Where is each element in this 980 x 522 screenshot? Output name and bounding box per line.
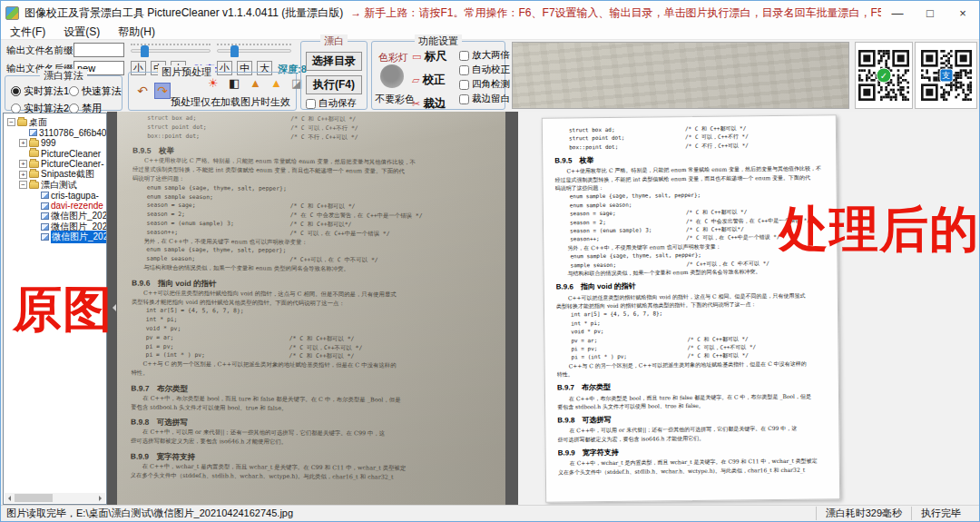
folder-icon xyxy=(29,140,39,147)
close-button[interactable]: × xyxy=(946,1,979,25)
menu-item-1[interactable]: 文件(F) xyxy=(1,25,54,40)
image-file-icon xyxy=(41,192,49,199)
settings-checkbox-1[interactable]: 放大两倍 xyxy=(459,49,510,62)
algorithm-radio-2[interactable] xyxy=(69,86,79,96)
settings-checkbox-input-3[interactable] xyxy=(459,80,469,90)
maximize-icon: □ xyxy=(926,6,934,20)
crop-tool[interactable]: ✂裁边 xyxy=(412,96,446,112)
scrollbar-track[interactable] xyxy=(15,493,95,503)
settings-checkbox-4[interactable]: 裁边留白 xyxy=(459,93,510,105)
expand-plus-icon[interactable]: + xyxy=(19,171,27,179)
tree-item-3[interactable]: +999 xyxy=(4,138,106,149)
select-directory-button[interactable]: 选择目录 xyxy=(306,52,362,71)
tree-item-1[interactable]: −桌面 xyxy=(4,117,106,128)
processed-annotation: 处理后的 xyxy=(779,204,979,253)
settings-checkbox-input-2[interactable] xyxy=(459,65,469,75)
brightness-icon[interactable]: ☀ xyxy=(208,77,219,89)
minimize-button[interactable]: — xyxy=(881,1,914,25)
menu-item-2[interactable]: 设置(S) xyxy=(54,25,109,40)
toolbar: 输出文件名前缀 输出文件名后缀 小 中 大 跨度:12 小 中 大 深度:8 漂… xyxy=(1,40,979,112)
algorithm-option-2[interactable]: 快速算法 xyxy=(69,84,120,98)
execute-button[interactable]: 执行(F4) xyxy=(306,75,362,94)
algorithm-radio-1[interactable] xyxy=(11,86,21,96)
collapse-minus-icon[interactable]: − xyxy=(7,118,15,126)
image-file-icon xyxy=(41,212,49,220)
settings-checkbox-3[interactable]: 四角检测 xyxy=(459,78,510,91)
tree-item-12[interactable]: 微信图片_2021 xyxy=(4,232,106,243)
depth-slider-thumb[interactable] xyxy=(230,45,239,57)
tool-label: 校正 xyxy=(422,73,445,88)
algorithm-option-label: 快速算法 xyxy=(82,84,122,98)
folder-icon xyxy=(29,182,39,189)
prefix-label: 输出文件名前缀 xyxy=(6,44,74,57)
main-area: −桌面3110786_6f6b401+999PictureCleaner+Pic… xyxy=(1,112,979,505)
expand-plus-icon[interactable]: + xyxy=(19,160,27,168)
depth-slider-ticks xyxy=(217,44,291,46)
settings-checkbox-label: 放大两倍 xyxy=(472,49,510,62)
algorithm-option-1[interactable]: 实时算法1 xyxy=(11,84,69,98)
span-slider-thumb[interactable] xyxy=(141,45,149,57)
processed-image-panel[interactable]: struct box ad;/* C 和 C++都可以 */struct poi… xyxy=(518,112,979,505)
processed-page: struct box ad;/* C 和 C++都可以 */struct poi… xyxy=(542,114,840,502)
tree-item-label: 3110786_6f6b401 xyxy=(39,128,107,138)
tree-horizontal-scrollbar[interactable] xyxy=(5,493,105,503)
tree-item-8[interactable]: cris-tagupa- xyxy=(4,191,106,202)
tree-item-2[interactable]: 3110786_6f6b401 xyxy=(4,128,106,139)
preprocess-note: 预处理仅在加载图片时生效 xyxy=(171,95,290,109)
settings-checkbox-input-1[interactable] xyxy=(459,51,469,61)
depth-slider-block: 小 中 大 深度:8 xyxy=(217,44,291,53)
image-file-icon xyxy=(41,223,49,231)
ruler-tool[interactable]: ▭标尺 xyxy=(412,49,446,64)
qr-cell-alipay: 支 xyxy=(915,42,977,109)
prefix-input[interactable] xyxy=(74,43,124,57)
color-light-indicator[interactable] xyxy=(380,64,404,88)
depth-slider-track[interactable] xyxy=(217,49,291,53)
sharpen-icon[interactable]: ▲ xyxy=(270,77,282,89)
scrollbar-thumb[interactable] xyxy=(15,494,53,502)
original-image-panel[interactable]: struct box ad;/* C 和 C++都可以 */struct poi… xyxy=(117,112,505,505)
undo-button[interactable]: ↶ xyxy=(134,83,151,99)
tree-item-7[interactable]: −漂白测试 xyxy=(4,180,106,191)
undo-icon: ↶ xyxy=(137,84,148,98)
preprocess-group: 图片预处理 ↶↷ ☀◧▲▲◪ 预处理仅在加载图片时生效 xyxy=(128,72,297,111)
correct-tool[interactable]: ▱校正 xyxy=(412,73,446,88)
redo-icon: ↷ xyxy=(157,84,168,98)
levels-icon[interactable]: ▲ xyxy=(250,77,261,89)
minimize-icon: — xyxy=(892,6,904,20)
autosave-checkbox[interactable]: 自动保存 xyxy=(306,97,357,110)
skew-correct-icon: ▱ xyxy=(412,74,419,86)
doc-line: box::point dot;/* C 不行，C++可以 */ xyxy=(554,140,830,152)
settings-tools: ▭标尺▱校正✂裁边 xyxy=(412,49,446,112)
collapse-minus-icon[interactable]: − xyxy=(19,181,27,189)
contrast-icon[interactable]: ◧ xyxy=(229,77,240,89)
tree-item-label: PictureCleaner xyxy=(41,149,101,159)
status-bar: 图片读取完毕，E:\桌面\漂白测试\微信图片_20210424162745.jp… xyxy=(1,505,979,521)
tree-item-label: 微信图片_2021 xyxy=(51,231,107,243)
alipay-badge-icon: 支 xyxy=(939,69,953,83)
center-splitter[interactable] xyxy=(505,112,518,505)
doc-line: 要包含 stdbool.h 头文件才可以使用 bool、true 和 false… xyxy=(557,399,833,411)
settings-checkbox-label: 裁边留白 xyxy=(472,93,510,105)
image-file-icon xyxy=(29,129,37,136)
scroll-left-arrow-icon[interactable] xyxy=(5,493,15,503)
redo-button[interactable]: ↷ xyxy=(154,83,171,99)
expand-plus-icon[interactable]: + xyxy=(19,139,27,147)
settings-checkbox-2[interactable]: 自动校正 xyxy=(459,64,510,76)
span-slider-block: 小 中 大 跨度:12 xyxy=(131,44,211,53)
autosave-label: 自动保存 xyxy=(318,97,357,110)
history-buttons: ↶↷ xyxy=(134,83,171,99)
autosave-checkbox-input[interactable] xyxy=(306,99,316,109)
maximize-button[interactable]: □ xyxy=(914,1,946,25)
scroll-right-arrow-icon[interactable] xyxy=(95,493,105,503)
span-slider-track[interactable] xyxy=(131,49,211,53)
menu-item-3[interactable]: 帮助(H) xyxy=(109,25,164,40)
qr-cell-wechat: ✓ xyxy=(855,42,913,109)
doc-line: 与结构和联合的情况类似，如果一个变量和 enum 类型的同名会导致名称冲突。 xyxy=(556,266,832,278)
doc-comment: /* C 可以，在 C++中是一个错误 */ xyxy=(686,232,779,241)
tree-item-4[interactable]: PictureCleaner xyxy=(4,149,106,160)
settings-checkbox-input-4[interactable] xyxy=(459,94,469,104)
preprocess-group-title: 图片预处理 xyxy=(158,65,215,79)
status-bleach-time: 漂白耗时329毫秒 xyxy=(816,507,911,520)
bleach-group: 漂白 选择目录 执行(F4) 自动保存 xyxy=(300,41,368,110)
paper-texture-preview[interactable] xyxy=(512,42,849,109)
